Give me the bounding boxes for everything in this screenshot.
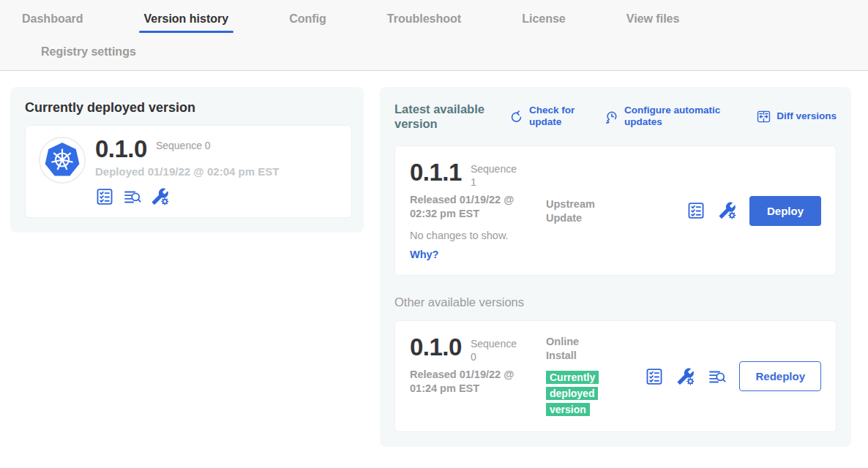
deployed-timestamp: Deployed 01/19/22 @ 02:04 pm EST xyxy=(95,165,279,178)
latest-version-card: 0.1.1 Sequence 1 Released 01/19/22 @ 02:… xyxy=(394,146,837,276)
top-navigation: Dashboard Version history Config Trouble… xyxy=(0,0,868,71)
deployed-version-details: 0.1.0 Sequence 0 Deployed 01/19/22 @ 02:… xyxy=(95,137,279,206)
diff-versions-link[interactable]: Diff versions xyxy=(756,109,837,124)
other-released-timestamp: Released 01/19/22 @ 01:24 pm EST xyxy=(410,368,536,396)
release-notes-icon[interactable] xyxy=(708,367,727,386)
check-for-update-label: Check for update xyxy=(529,105,580,128)
other-sequence-label: Sequence 0 xyxy=(471,335,522,363)
release-notes-icon[interactable] xyxy=(123,187,142,206)
diff-icon xyxy=(756,109,771,124)
preflight-checks-icon[interactable] xyxy=(686,201,706,220)
latest-available-heading: Latest available version xyxy=(394,102,498,131)
configure-automatic-updates-link[interactable]: Configure automatic updates xyxy=(604,105,733,128)
redeploy-button[interactable]: Redeploy xyxy=(739,361,821,391)
latest-version-details: 0.1.1 Sequence 1 Released 01/19/22 @ 02:… xyxy=(410,160,546,261)
latest-version-header: Latest available version Check for updat… xyxy=(394,102,837,131)
tab-troubleshoot[interactable]: Troubleshoot xyxy=(383,11,465,34)
diff-versions-label: Diff versions xyxy=(777,110,837,122)
tab-dashboard[interactable]: Dashboard xyxy=(18,11,88,34)
automatic-updates-icon xyxy=(604,109,619,124)
tab-license[interactable]: License xyxy=(517,11,570,34)
nav-row-1: Dashboard Version history Config Trouble… xyxy=(18,11,868,34)
latest-version-number: 0.1.1 xyxy=(410,160,462,185)
other-version-source: Online Install Currently deployed versio… xyxy=(546,335,638,418)
latest-version-source: Upstream Update xyxy=(546,197,638,261)
why-link[interactable]: Why? xyxy=(410,249,546,260)
deployed-version-card: 0.1.0 Sequence 0 Deployed 01/19/22 @ 02:… xyxy=(25,125,352,218)
nav-row-2: Registry settings xyxy=(18,34,868,67)
check-update-icon xyxy=(509,109,524,124)
deployed-version-number: 0.1.0 xyxy=(95,137,147,162)
available-versions-panel: Latest available version Check for updat… xyxy=(380,87,851,447)
no-changes-note: No changes to show. xyxy=(410,230,546,241)
tab-view-files[interactable]: View files xyxy=(622,11,684,34)
check-for-update-link[interactable]: Check for update xyxy=(509,105,580,128)
other-versions-heading: Other available versions xyxy=(394,295,837,309)
preflight-checks-icon[interactable] xyxy=(645,367,664,386)
preflight-checks-icon[interactable] xyxy=(95,187,114,206)
tab-version-history[interactable]: Version history xyxy=(140,11,233,34)
other-version-card: 0.1.0 Sequence 0 Released 01/19/22 @ 01:… xyxy=(394,320,837,432)
currently-deployed-title: Currently deployed version xyxy=(25,100,352,116)
currently-deployed-badge: Currently deployed version xyxy=(546,371,599,416)
deployed-sequence-label: Sequence 0 xyxy=(156,137,211,152)
config-icon[interactable] xyxy=(718,201,737,220)
configure-automatic-updates-label: Configure automatic updates xyxy=(624,105,733,128)
latest-sequence-label: Sequence 1 xyxy=(471,160,522,189)
config-icon[interactable] xyxy=(151,187,170,206)
tab-config[interactable]: Config xyxy=(285,11,331,34)
version-actions: Check for update Configure automatic upd… xyxy=(509,105,837,128)
other-version-actions: Redeploy xyxy=(645,361,821,391)
other-version-number: 0.1.0 xyxy=(410,335,462,360)
currently-deployed-panel: Currently deployed version xyxy=(10,87,364,233)
kubernetes-logo-icon xyxy=(39,137,86,184)
other-version-details: 0.1.0 Sequence 0 Released 01/19/22 @ 01:… xyxy=(410,335,546,418)
tab-registry-settings[interactable]: Registry settings xyxy=(37,44,141,67)
deploy-button[interactable]: Deploy xyxy=(749,196,821,226)
config-icon[interactable] xyxy=(676,367,695,386)
latest-version-actions: Deploy xyxy=(686,196,821,226)
latest-released-timestamp: Released 01/19/22 @ 02:32 pm EST xyxy=(410,193,536,221)
